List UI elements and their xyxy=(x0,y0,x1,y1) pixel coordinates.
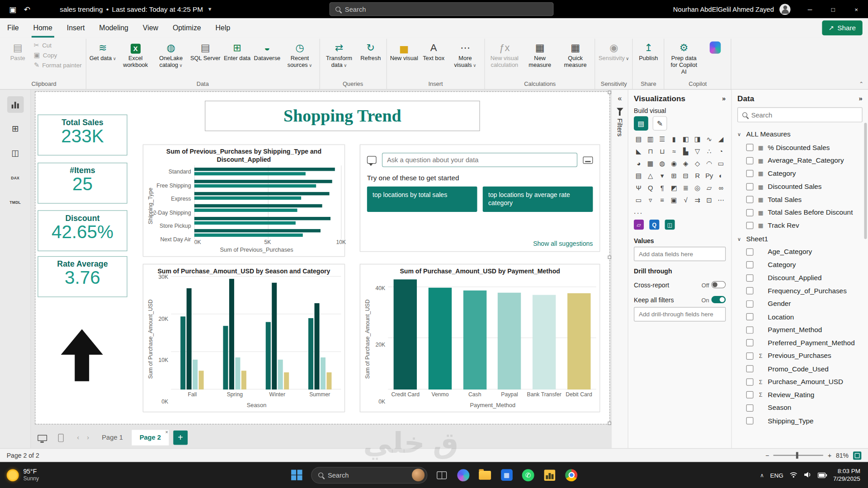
power-apps-visual-icon[interactable]: ▱ xyxy=(634,220,644,230)
ribbon-paste[interactable]: ▤Paste xyxy=(4,39,32,63)
field-checkbox[interactable] xyxy=(746,274,754,282)
stacked-column-chart-icon[interactable]: ▥ xyxy=(646,135,655,144)
avatar[interactable] xyxy=(779,4,790,14)
tmdl-view-icon[interactable]: TMDL xyxy=(7,194,24,211)
bar[interactable] xyxy=(272,282,277,389)
slicer-icon[interactable]: ▾ xyxy=(657,172,667,181)
ribbon-new-measure[interactable]: ▦New measure xyxy=(522,39,557,70)
field-checkbox[interactable] xyxy=(746,157,754,164)
bar[interactable] xyxy=(326,373,331,389)
power-apps-icon[interactable]: ▱ xyxy=(704,184,714,193)
minimize-button[interactable]: ─ xyxy=(798,0,821,18)
field-review-rating[interactable]: ΣReview_Rating xyxy=(737,389,863,402)
start-button[interactable] xyxy=(289,468,304,482)
report-view-icon[interactable] xyxy=(7,96,24,113)
bar[interactable] xyxy=(223,326,228,389)
field-checkbox[interactable] xyxy=(746,365,754,372)
bar[interactable] xyxy=(194,197,302,200)
chevron-down-icon[interactable]: ∨ xyxy=(737,131,743,137)
ribbon-enter-data[interactable]: ⊞Enter data xyxy=(222,39,252,63)
kpi-card-discount[interactable]: Discount42.65% xyxy=(38,210,127,251)
undo-icon[interactable]: ↶ xyxy=(20,2,34,16)
qna-suggestion-top-locations-by-total-sales[interactable]: top locations by total sales xyxy=(367,187,477,212)
azure-map-icon[interactable]: ◇ xyxy=(693,160,702,169)
visual-payment-column-chart[interactable]: Sum of Purchase_Amount_USD by Payment_Me… xyxy=(360,264,600,412)
field-discounted-sales[interactable]: ▦Discounted Sales xyxy=(737,180,863,193)
metrics-icon[interactable]: ◩ xyxy=(669,184,679,193)
field-checkbox[interactable] xyxy=(746,300,754,308)
visual-season-column-chart[interactable]: Sum of Purchase_Amount_USD by Season and… xyxy=(143,264,345,412)
field-checkbox[interactable] xyxy=(746,378,754,385)
bar[interactable] xyxy=(236,357,241,389)
pie-chart-icon[interactable]: ◔ xyxy=(716,147,726,156)
power-automate-icon[interactable]: ∞ xyxy=(716,184,726,193)
key-influencers-icon[interactable]: ◐ xyxy=(716,172,726,181)
maximize-button[interactable]: □ xyxy=(821,0,844,18)
area-chart-icon[interactable]: ◢ xyxy=(716,135,726,144)
field-checkbox[interactable] xyxy=(746,261,754,268)
file-explorer-icon[interactable] xyxy=(478,468,492,482)
data-pane-scrollbar[interactable] xyxy=(864,123,867,239)
close-button[interactable]: × xyxy=(845,0,868,18)
desktop-layout-icon[interactable] xyxy=(35,431,48,444)
bar[interactable] xyxy=(181,316,186,389)
bar[interactable] xyxy=(194,217,331,220)
share-button[interactable]: ↗ Share xyxy=(822,20,863,35)
custom-visual-icon[interactable]: ⊡ xyxy=(704,196,714,205)
bar[interactable] xyxy=(194,168,335,171)
ribbon-publish[interactable]: ↥Publish xyxy=(635,39,662,63)
volume-icon[interactable] xyxy=(804,470,811,480)
field-checkbox[interactable] xyxy=(746,196,754,203)
ribbon-more-visuals[interactable]: ⋯More visuals∨ xyxy=(448,39,483,70)
r-script-visual-icon[interactable]: R xyxy=(693,172,702,181)
collapse-ribbon-icon[interactable]: ⌃ xyxy=(859,81,863,87)
table-icon[interactable]: ⊞ xyxy=(669,172,679,181)
bar[interactable] xyxy=(567,294,590,389)
field-checkbox[interactable] xyxy=(746,170,754,177)
clustered-column-chart-icon[interactable]: ▮ xyxy=(669,135,679,144)
field-discounted-sales[interactable]: ▦% Discounted Sales xyxy=(737,141,863,154)
ribbon-sensitivity[interactable]: ◉Sensitivity∨ xyxy=(597,39,631,63)
q-and-a-visual-blue-icon[interactable]: Q xyxy=(649,220,659,230)
field-gender[interactable]: Gender xyxy=(737,297,863,310)
filter-funnel-icon[interactable] xyxy=(616,108,623,112)
bar[interactable] xyxy=(533,295,556,389)
show-all-suggestions-link[interactable]: Show all suggestions xyxy=(533,240,593,247)
ribbon-cut[interactable]: ✂Cut xyxy=(32,41,84,50)
field-discount-applied[interactable]: Discount_Applied xyxy=(737,272,863,285)
copilot-icon[interactable] xyxy=(456,468,471,482)
field-checkbox[interactable] xyxy=(746,404,754,412)
field-category[interactable]: ▦Category xyxy=(737,167,863,180)
ribbon-prep-data-for-copilot-ai[interactable]: ⚙Prep data for Copilot AI xyxy=(666,39,702,76)
ribbon-excel-workbook[interactable]: XExcel workbook xyxy=(118,39,153,70)
power-bi-icon[interactable] xyxy=(542,468,557,482)
zoom-slider-thumb[interactable] xyxy=(796,452,798,459)
data-search-box[interactable] xyxy=(737,108,863,122)
menu-insert[interactable]: Insert xyxy=(60,18,92,38)
collapse-data-pane-icon[interactable]: » xyxy=(859,94,863,102)
card-icon[interactable]: ▭ xyxy=(716,160,726,169)
model-view-icon[interactable]: ◫ xyxy=(7,145,24,162)
previous-page-icon[interactable]: ‹ xyxy=(73,434,83,441)
drill-through-field-well[interactable]: Add drill-through fields here xyxy=(634,307,726,322)
zoom-slider[interactable] xyxy=(774,455,823,456)
menu-help[interactable]: Help xyxy=(208,18,238,38)
bar[interactable] xyxy=(429,288,452,389)
clock[interactable]: 8:03 PM 7/29/2025 xyxy=(833,467,860,483)
chrome-icon[interactable] xyxy=(564,468,579,482)
bar[interactable] xyxy=(241,371,246,390)
hidden-icons-chevron[interactable]: ∧ xyxy=(760,472,764,478)
zoom-out-icon[interactable]: − xyxy=(765,452,769,459)
field-track-rev[interactable]: ▦Track Rev xyxy=(737,219,863,232)
field-purchase-amount-usd[interactable]: ΣPurchase_Amount_USD xyxy=(737,375,863,389)
document-title[interactable]: sales trending • Last saved: Today at 4:… xyxy=(60,5,212,13)
bar[interactable] xyxy=(229,279,234,389)
bar[interactable] xyxy=(194,184,316,188)
ribbon-chart-icon[interactable]: ≈ xyxy=(669,147,679,156)
ribbon-new-visual-calculation[interactable]: ƒxNew visual calculation xyxy=(487,39,522,70)
performance-flow-icon[interactable]: ⇉ xyxy=(693,196,702,205)
bar[interactable] xyxy=(193,360,198,389)
tree-section-all-measures[interactable]: ∨ALL Measures xyxy=(737,128,863,141)
fit-to-page-icon[interactable] xyxy=(853,451,861,460)
qna-visual[interactable]: Try one of these to get started top loca… xyxy=(360,145,600,252)
